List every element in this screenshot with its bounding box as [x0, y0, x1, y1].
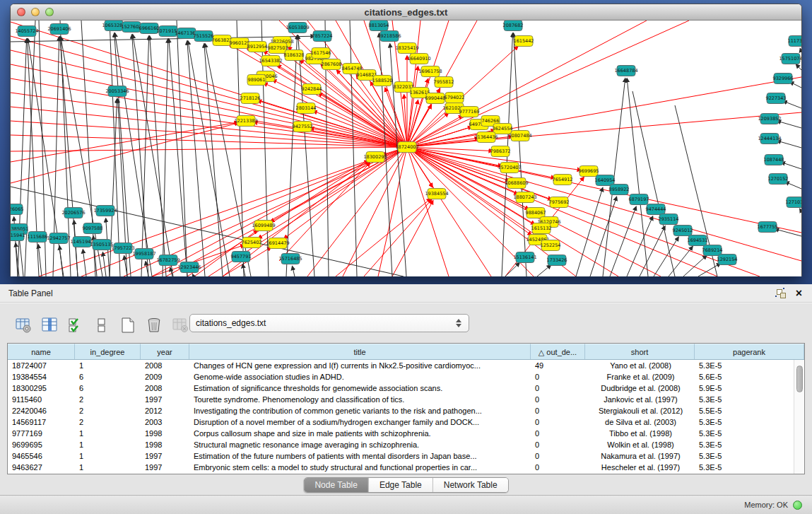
graph-node[interactable]: 1270152 [768, 174, 789, 185]
graph-node[interactable]: 12444134 [758, 134, 781, 144]
graph-node[interactable]: 16914479 [266, 238, 289, 249]
graph-node[interactable]: 14055724 [15, 26, 38, 37]
graph-node[interactable]: 6879197 [629, 194, 649, 205]
new-document-icon[interactable] [119, 316, 137, 334]
table-row[interactable]: 1938455462009Genome-wide association stu… [8, 371, 794, 382]
table-row[interactable]: 911546021997Tourette syndrome. Phenomeno… [8, 394, 794, 405]
graph-node[interactable]: 7986372 [490, 146, 511, 157]
graph-node[interactable]: 1117304 [788, 36, 801, 47]
graph-node[interactable]: 1615132 [531, 223, 552, 234]
trash-icon[interactable] [145, 316, 163, 334]
graph-node[interactable]: 19218586 [377, 31, 401, 42]
scrollbar-thumb[interactable] [796, 366, 803, 392]
table-row[interactable]: 946362711997Embryonic stem cells: a mode… [8, 462, 794, 473]
tab-node-table[interactable]: Node Table [304, 478, 369, 492]
graph-node[interactable]: 18300295 [363, 152, 387, 163]
graph-node[interactable]: 1733426 [547, 255, 567, 266]
graph-node[interactable]: 9245012 [673, 226, 693, 236]
network-view-window[interactable]: citations_edges.txt 18724007183002951938… [10, 4, 802, 276]
graph-node[interactable]: 989061 [247, 75, 266, 86]
graph-node[interactable]: 17359924 [93, 206, 117, 216]
graph-node[interactable]: 9777169 [459, 107, 480, 117]
graph-node[interactable]: 7975692 [549, 197, 570, 208]
table-source-select[interactable]: citations_edges.txt [189, 314, 469, 332]
graph-node[interactable]: 8813054 [369, 21, 389, 31]
column-header-year[interactable]: year [141, 344, 189, 359]
table-scrollbar[interactable] [794, 360, 804, 474]
graph-node[interactable]: 8958922 [609, 185, 630, 195]
graph-node[interactable]: 16648784 [614, 66, 637, 76]
close-window-icon[interactable] [17, 8, 25, 16]
graph-node[interactable]: 15136141 [513, 252, 536, 263]
graph-node[interactable]: 16053809 [286, 23, 309, 33]
graph-node[interactable]: 1588520 [372, 76, 393, 86]
graph-node[interactable]: 19958187 [132, 249, 155, 259]
table-row[interactable]: 977716911998Corpus callosum shape and si… [8, 428, 794, 439]
graph-node[interactable]: 2867608 [322, 59, 342, 70]
graph-node[interactable]: 8912954 [247, 42, 268, 52]
table-row[interactable]: 969969511998Structural magnetic resonanc… [8, 439, 794, 450]
graph-node[interactable]: 8186328 [284, 50, 305, 61]
graph-node[interactable]: 12942757 [47, 233, 70, 244]
graph-node[interactable]: 6794022 [445, 93, 465, 103]
graph-node[interactable]: 15720407 [498, 163, 521, 173]
graph-node[interactable]: 2087682 [503, 21, 524, 31]
table-row[interactable]: 1830029562008Estimation of significance … [8, 382, 794, 394]
graph-node[interactable]: 16640910 [407, 54, 430, 64]
graph-node[interactable]: 21364436 [474, 132, 498, 143]
table-row[interactable]: 1872400712008Changes of HCN gene express… [8, 360, 794, 371]
graph-node[interactable]: 12213383 [234, 116, 257, 127]
graph-node[interactable]: 18724007 [395, 142, 418, 153]
window-titlebar[interactable]: citations_edges.txt [11, 4, 801, 21]
graph-node[interactable]: 6990448 [425, 93, 446, 104]
column-header-out_degree[interactable]: △ out_de... [531, 344, 585, 359]
graph-node[interactable]: 7654912 [553, 175, 573, 185]
tab-edge-table[interactable]: Edge Table [369, 478, 433, 492]
select-column-icon[interactable] [40, 316, 59, 334]
graph-node[interactable]: 7625402 [242, 238, 262, 248]
graph-node[interactable]: 20691406 [47, 24, 71, 35]
graph-node[interactable]: 9097588 [83, 223, 103, 234]
table-row[interactable]: 946554611997Estimation of the future num… [8, 450, 794, 462]
graph-node[interactable]: 2526065 [11, 204, 23, 215]
graph-node[interactable]: 2803144 [296, 103, 317, 114]
graph-node[interactable]: 16099489 [252, 221, 275, 231]
minimize-window-icon[interactable] [31, 8, 40, 16]
graph-node[interactable]: 1252254 [541, 240, 561, 251]
graph-node[interactable]: 9699695 [579, 166, 599, 177]
graph-node[interactable]: 1292154 [717, 255, 738, 265]
graph-node[interactable]: 7857224 [312, 31, 333, 42]
graph-node[interactable]: 3915941 [11, 230, 25, 241]
table-row[interactable]: 2242004622012Investigating the contribut… [8, 405, 794, 416]
graph-node[interactable]: 15751074 [779, 54, 801, 64]
graph-node[interactable]: 9329966 [773, 74, 794, 84]
graph-node[interactable]: 1677755 [758, 222, 778, 233]
column-header-in_degree[interactable]: in_degree [75, 344, 141, 359]
close-panel-icon[interactable]: × [796, 288, 802, 299]
float-panel-icon[interactable] [777, 289, 786, 298]
row-toggle-icon[interactable] [93, 316, 111, 334]
graph-node[interactable]: 10807484 [508, 131, 531, 141]
table-row[interactable]: 1456911722003Disruption of a novel membe… [8, 416, 794, 428]
graph-node[interactable]: 18807243 [513, 192, 536, 203]
graph-node[interactable]: 1271034 [786, 197, 801, 208]
graph-node[interactable]: 15716485 [278, 254, 302, 264]
table-panel-header[interactable]: Table Panel × [0, 284, 812, 303]
graph-node[interactable]: 9457791 [231, 252, 252, 262]
graph-node[interactable]: 12093852 [758, 114, 781, 124]
memory-ok-indicator-icon[interactable] [793, 501, 802, 510]
graph-node[interactable]: 9427552 [293, 122, 313, 132]
graph-node[interactable]: 7955812 [434, 77, 454, 88]
graph-node[interactable]: 16782759 [156, 255, 180, 266]
graph-node[interactable]: 13505135 [90, 240, 113, 250]
graph-node[interactable]: 16961758 [418, 66, 442, 77]
graph-node[interactable]: 1694531 [688, 235, 708, 246]
graph-node[interactable]: 1615442 [514, 36, 534, 47]
column-header-title[interactable]: title [189, 344, 531, 359]
network-canvas[interactable]: 1872400718300295193845547663822996012589… [11, 21, 801, 276]
graph-node[interactable]: 9242844 [302, 84, 322, 95]
column-header-short[interactable]: short [585, 344, 695, 359]
graph-node[interactable]: 18325419 [395, 43, 418, 54]
graph-node[interactable]: 10688609 [505, 178, 528, 189]
graph-node[interactable]: 2718126 [240, 93, 261, 104]
